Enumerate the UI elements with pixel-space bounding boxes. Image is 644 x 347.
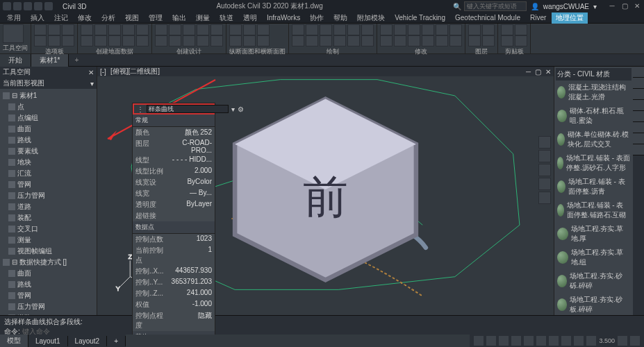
tree-node[interactable]: 压力管网 [1,301,95,312]
ribbon-button[interactable] [482,35,495,46]
ribbon-button[interactable] [333,24,346,35]
prop-row[interactable]: 当前控制点1 [133,245,215,266]
ribbon-button[interactable] [62,35,74,46]
material-item[interactable]: 场地工程.夯实.砂板.碎碎 [556,293,631,316]
nav-wheel-icon[interactable] [538,136,551,149]
prop-value[interactable]: 241.000 [166,289,212,298]
ribbon-button[interactable] [468,24,481,35]
user-name[interactable]: wangsCWUAE [543,3,589,10]
material-item[interactable]: 场地工程.夯实.草地.厚 [556,222,631,246]
material-item[interactable]: 砌体.石材.粗石.瓶咀.蜜染 [556,104,631,128]
prop-value[interactable]: -1.000 [166,300,212,310]
ribbon-button[interactable] [243,24,256,35]
menu-透明[interactable]: 透明 [239,12,261,24]
ribbon-button[interactable] [347,35,360,46]
toolspace-tab[interactable]: 当前图形视图 ▾ [0,78,97,89]
tree-node[interactable]: 地块 [1,157,95,168]
material-item[interactable]: 混凝土.现浇注结构混凝土.光滑 [556,81,631,104]
help-icon[interactable]: ▾ [593,3,597,10]
command-line[interactable]: 选择样条曲线拟合多段线: 命令: 键入命令 [0,315,644,335]
doc-tab-素材1*[interactable]: 素材1* [31,54,69,67]
prop-row[interactable]: 线宽设ByColor [133,177,215,188]
ribbon-button[interactable] [320,24,332,35]
qat-open-icon[interactable] [13,2,22,10]
tree-node[interactable]: 道路 [1,201,95,212]
ribbon-button[interactable] [48,24,60,35]
tree-node[interactable]: 路线 [1,135,95,146]
ribbon-button[interactable] [408,24,420,35]
ribbon-button[interactable] [108,24,121,35]
ribbon-button[interactable] [292,35,304,46]
search-input[interactable] [464,1,527,11]
nav-pan-icon[interactable] [538,150,551,162]
prop-row[interactable]: 线型- - - - HIDD... [133,155,215,166]
prop-value[interactable]: 1 [166,246,212,265]
dropdown-icon[interactable]: ▾ [231,105,235,113]
tree-node[interactable]: 视图帧编组 [1,246,95,257]
vtab-1[interactable] [633,67,644,78]
ribbon-button[interactable] [361,35,374,46]
menu-附加模块[interactable]: 附加模块 [353,12,389,24]
tree-node[interactable]: 路线 [1,279,95,290]
ribbon-button[interactable] [81,35,93,46]
material-item[interactable]: 场地工程.夯实.草地.组 [556,246,631,269]
ribbon-button[interactable] [422,35,434,46]
ribbon-button[interactable] [229,24,242,35]
material-item[interactable]: 场地工程.铺装 - 表面停整.沥青 [556,175,631,198]
prop-row[interactable]: 控制点数1023 [133,234,215,245]
status-3dosnap-icon[interactable] [549,336,559,346]
viewport-close-icon[interactable]: ✕ [545,68,551,76]
menu-InfraWorks[interactable]: InfraWorks [263,13,304,22]
tree-node[interactable]: 曲面 [1,268,95,279]
ribbon-button[interactable] [436,24,448,35]
tree-node[interactable]: 测量 [1,235,95,246]
tree-node[interactable]: 装配 [1,212,95,223]
menu-插入[interactable]: 插入 [26,12,49,24]
vtab-7[interactable] [633,133,644,144]
menu-注记[interactable]: 注记 [50,12,72,24]
prop-value[interactable]: 2.000 [166,167,212,176]
menu-视图[interactable]: 视图 [121,12,143,24]
prop-row[interactable]: 控制..Y...3653791.203 [133,277,215,288]
ribbon-button[interactable] [306,24,318,35]
tree-node[interactable]: 管网 [1,179,95,190]
prop-row[interactable]: 超链接 [133,210,215,221]
menu-Vehicle Tracking[interactable]: Vehicle Tracking [390,13,449,22]
prop-row[interactable]: 权值-1.000 [133,299,215,310]
prop-row[interactable]: 透明度ByLayer [133,199,215,210]
nav-orbit-icon[interactable] [538,178,551,190]
menu-常用[interactable]: 常用 [3,12,25,24]
ribbon-button[interactable] [34,35,47,46]
material-item[interactable]: 砌体.单位砌体.砖.模块化.层式交叉 [556,128,631,151]
vtab-2[interactable] [633,78,644,89]
tree-node[interactable]: ⊟ 数据快捷方式 [] [1,257,95,268]
prop-row[interactable]: 图层C-ROAD-PRO... [133,138,215,155]
ribbon-button[interactable] [210,35,223,46]
tree-node[interactable]: 点编组 [1,112,95,124]
ribbon-button[interactable] [48,35,60,46]
ribbon-button[interactable] [183,24,195,35]
prop-row[interactable]: 线宽— By... [133,188,215,199]
qat-redo-icon[interactable] [44,2,53,10]
ribbon-button[interactable] [243,35,256,46]
ribbon-button[interactable] [81,24,93,35]
prop-value[interactable]: 443657.930 [166,266,212,276]
tree-node[interactable]: ⊟ 素材1 [1,90,95,101]
add-layout-button[interactable]: + [107,336,126,346]
ribbon-button[interactable] [108,35,121,46]
ribbon-button[interactable] [210,24,223,35]
close-button[interactable]: ✕ [633,2,641,10]
ribbon-button[interactable] [320,35,332,46]
prop-value[interactable]: ByLayer [166,200,212,210]
status-customize-icon[interactable] [630,336,640,346]
ribbon-button[interactable] [501,35,513,46]
ribbon-button[interactable] [34,24,47,35]
vtab-3[interactable] [633,89,644,100]
menu-轨道[interactable]: 轨道 [215,12,238,24]
prop-value[interactable]: 1023 [166,235,212,244]
material-item[interactable]: 场地工程.铺装 - 表面停整.沥砂石.人字形 [556,151,631,175]
tree-node[interactable]: 曲面 [1,124,95,135]
qat-new-icon[interactable] [3,2,11,10]
ribbon-button[interactable] [449,35,462,46]
menu-管理[interactable]: 管理 [145,12,167,24]
